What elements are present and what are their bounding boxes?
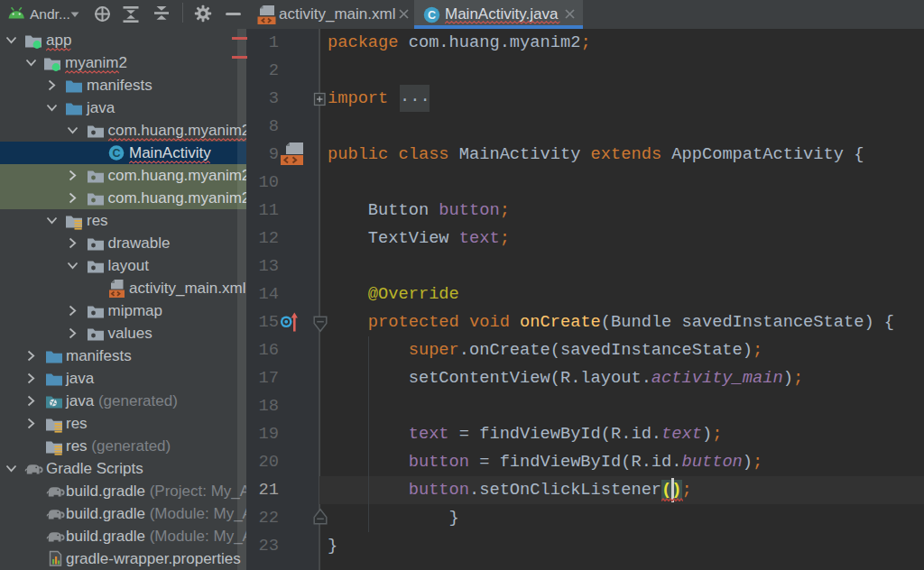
svg-text:C: C bbox=[428, 9, 436, 22]
svg-text:C: C bbox=[112, 147, 120, 160]
